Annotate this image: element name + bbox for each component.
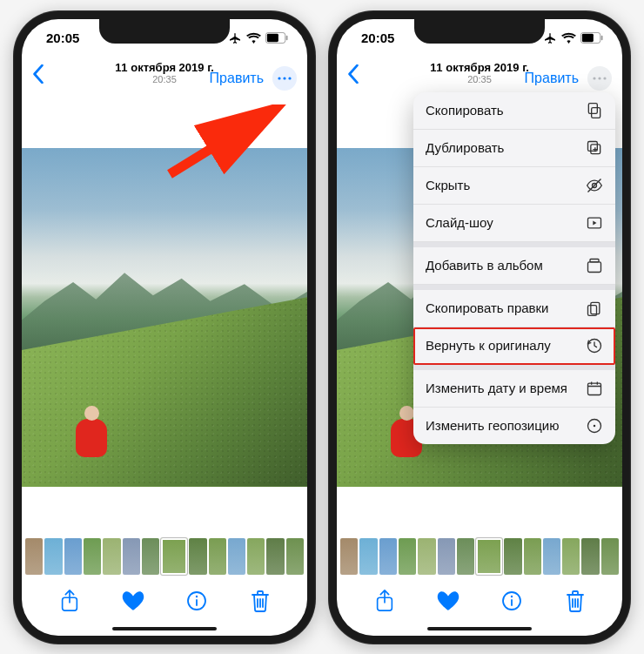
svg-rect-1	[267, 34, 278, 42]
menu-slideshow[interactable]: Слайд-шоу	[413, 205, 615, 242]
thumbnail[interactable]	[209, 538, 226, 575]
delete-button[interactable]	[561, 587, 589, 615]
menu-duplicate[interactable]: Дублировать	[413, 130, 615, 167]
battery-icon	[580, 32, 603, 44]
calendar-icon	[586, 380, 603, 397]
thumbnail[interactable]	[25, 538, 43, 575]
back-button[interactable]	[347, 61, 373, 89]
svg-rect-28	[591, 302, 600, 314]
svg-point-14	[598, 77, 600, 79]
svg-point-18	[510, 595, 512, 597]
thumbnail[interactable]	[457, 538, 474, 575]
svg-point-5	[288, 77, 291, 79]
nav-bar: 11 октября 2019 г. 20:35 Править	[22, 57, 307, 101]
delete-button[interactable]	[246, 587, 274, 615]
menu-adjust-location[interactable]: Изменить геопозицию	[413, 408, 615, 444]
svg-point-33	[594, 424, 596, 427]
thumbnail[interactable]	[476, 538, 502, 575]
photo	[22, 148, 307, 486]
info-button[interactable]	[183, 587, 211, 615]
photo-date: 11 октября 2019 г.	[115, 61, 214, 74]
phone-left: 20:05 11 октября 2019 г. 20:35 Править	[13, 10, 316, 644]
thumbnail[interactable]	[379, 538, 397, 575]
thumbnail[interactable]	[438, 538, 455, 575]
svg-rect-11	[582, 34, 594, 42]
status-time: 20:05	[361, 30, 394, 45]
thumbnail[interactable]	[247, 538, 265, 575]
thumbnail[interactable]	[286, 538, 304, 575]
svg-rect-12	[601, 36, 603, 41]
info-button[interactable]	[498, 587, 526, 615]
thumbnail[interactable]	[84, 538, 101, 575]
menu-adjust-date[interactable]: Изменить дату и время	[413, 370, 615, 408]
revert-icon	[586, 337, 603, 354]
photo-time: 20:35	[115, 74, 214, 84]
home-indicator	[112, 627, 217, 630]
menu-label: Изменить геопозицию	[426, 418, 559, 433]
edit-button[interactable]: Править	[210, 71, 264, 86]
menu-label: Добавить в альбом	[426, 258, 543, 273]
menu-label: Скопировать правки	[426, 300, 548, 315]
thumbnail[interactable]	[64, 538, 82, 575]
phone-right: 20:05 11 октября 2019 г. 20:35 Править	[328, 10, 631, 644]
notch	[99, 19, 230, 44]
favorite-button[interactable]	[434, 587, 462, 615]
thumbnail[interactable]	[581, 538, 599, 575]
menu-revert[interactable]: Вернуть к оригиналу	[413, 327, 615, 365]
thumbnail[interactable]	[266, 538, 284, 575]
battery-icon	[265, 32, 288, 44]
thumbnail[interactable]	[418, 538, 435, 575]
wifi-icon	[246, 32, 261, 44]
thumbnail[interactable]	[359, 538, 377, 575]
share-button[interactable]	[56, 587, 84, 615]
thumbnail[interactable]	[142, 538, 159, 575]
menu-hide[interactable]: Скрыть	[413, 167, 615, 205]
photo-viewer[interactable]	[22, 101, 307, 535]
share-button[interactable]	[371, 587, 399, 615]
thumbnail[interactable]	[399, 538, 416, 575]
menu-label: Вернуть к оригиналу	[426, 338, 551, 353]
thumbnail[interactable]	[189, 538, 206, 575]
thumbnail[interactable]	[562, 538, 580, 575]
thumbnail[interactable]	[543, 538, 560, 575]
thumbnail[interactable]	[524, 538, 541, 575]
svg-rect-19	[592, 107, 600, 118]
thumbnail[interactable]	[340, 538, 358, 575]
more-button[interactable]	[272, 66, 297, 91]
thumbnail-strip[interactable]	[22, 535, 307, 578]
svg-point-8	[195, 595, 197, 597]
edit-button[interactable]: Править	[525, 71, 579, 86]
svg-rect-26	[588, 261, 601, 272]
menu-label: Скрыть	[426, 178, 470, 192]
svg-rect-20	[588, 103, 597, 113]
thumbnail[interactable]	[504, 538, 521, 575]
airplane-mode-icon	[228, 31, 242, 45]
thumbnail[interactable]	[44, 538, 62, 575]
thumbnail[interactable]	[161, 538, 187, 575]
thumbnail[interactable]	[103, 538, 120, 575]
svg-point-15	[603, 77, 606, 79]
airplane-mode-icon	[543, 31, 557, 45]
thumbnail-strip[interactable]	[337, 535, 622, 578]
menu-label: Скопировать	[426, 103, 504, 118]
menu-add-album[interactable]: Добавить в альбом	[413, 247, 615, 285]
menu-label: Изменить дату и время	[426, 381, 567, 395]
hide-icon	[586, 177, 603, 194]
notch	[414, 19, 545, 44]
favorite-button[interactable]	[119, 587, 147, 615]
thumbnail[interactable]	[228, 538, 245, 575]
back-button[interactable]	[32, 61, 58, 89]
more-button[interactable]	[587, 66, 612, 91]
thumbnail[interactable]	[123, 538, 140, 575]
status-time: 20:05	[46, 30, 79, 45]
menu-copy-edits[interactable]: Скопировать правки	[413, 290, 615, 327]
wifi-icon	[561, 32, 576, 44]
menu-label: Слайд-шоу	[426, 215, 493, 230]
menu-label: Дублировать	[426, 140, 504, 155]
photo-date: 11 октября 2019 г.	[430, 61, 529, 74]
thumbnail[interactable]	[601, 538, 619, 575]
duplicate-icon	[586, 139, 603, 157]
menu-copy[interactable]: Скопировать	[413, 92, 615, 130]
album-icon	[586, 257, 603, 274]
svg-point-13	[593, 77, 595, 79]
